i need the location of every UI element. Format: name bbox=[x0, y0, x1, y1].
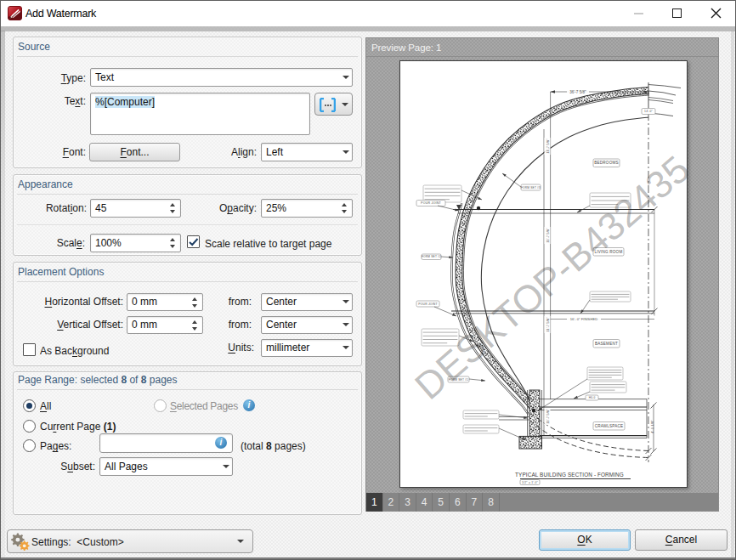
svg-text:11'-7 5/8": 11'-7 5/8" bbox=[546, 228, 550, 243]
svg-text:BASEMENT: BASEMENT bbox=[595, 342, 618, 346]
svg-text:H0-0: H0-0 bbox=[589, 396, 596, 399]
svg-text:TYPICAL BUILDING SECTION - FOR: TYPICAL BUILDING SECTION - FORMING bbox=[515, 472, 624, 478]
svg-text:POUR JOINT: POUR JOINT bbox=[421, 201, 441, 205]
svg-text:4'-1 1/8": 4'-1 1/8" bbox=[650, 420, 654, 434]
svg-text:11'-7 5/8": 11'-7 5/8" bbox=[546, 139, 550, 154]
svg-text:11'-7 5/8": 11'-7 5/8" bbox=[546, 317, 550, 332]
svg-text:14'-0": 14'-0" bbox=[644, 110, 653, 113]
svg-text:FORM SET #3: FORM SET #3 bbox=[521, 186, 541, 189]
svg-text:1/2" = 1'-0": 1/2" = 1'-0" bbox=[522, 481, 539, 484]
svg-text:CRAWLSPACE: CRAWLSPACE bbox=[595, 424, 624, 428]
svg-text:BEDROOMS: BEDROOMS bbox=[594, 161, 618, 165]
svg-text:11'-7 5/8": 11'-7 5/8" bbox=[546, 409, 550, 424]
svg-text:36'-7 5/8": 36'-7 5/8" bbox=[569, 90, 586, 94]
svg-text:POUR JOINT: POUR JOINT bbox=[418, 303, 438, 306]
svg-text:16'- 0" FINISHED: 16'- 0" FINISHED bbox=[570, 317, 598, 321]
svg-text:FORM SET #2: FORM SET #2 bbox=[422, 255, 441, 258]
